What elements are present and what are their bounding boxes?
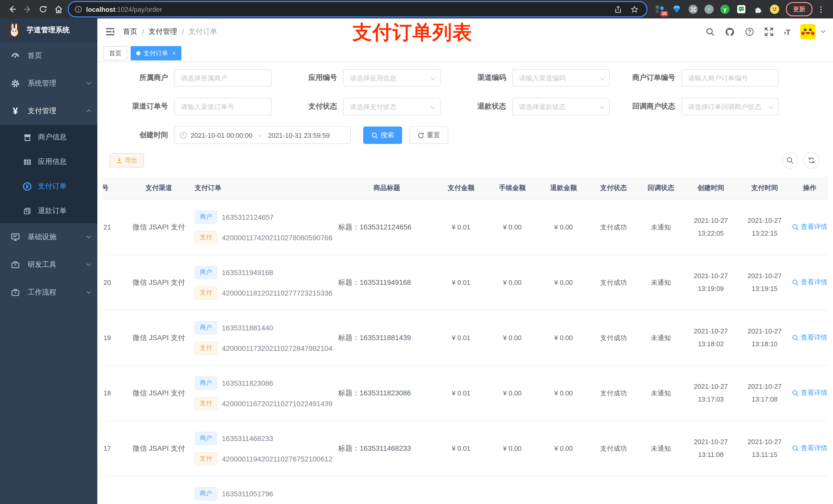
browser-refresh-icon[interactable] bbox=[37, 3, 49, 15]
callback-status-select[interactable] bbox=[681, 98, 779, 115]
sidebar-item-workflow[interactable]: 工作流程 bbox=[0, 279, 97, 306]
avatar-caret-icon[interactable] bbox=[821, 29, 826, 33]
cell-pay-time: 2021-10-27 13:17:08 bbox=[738, 383, 791, 403]
pay-order-no: 4200001174202110278060590766 bbox=[222, 233, 332, 241]
column-header[interactable]: 支付状态 bbox=[589, 183, 638, 193]
filter-row-3: 创建时间 2021-10-01 00:00:00 - 2021-10-31 23… bbox=[102, 126, 833, 144]
breadcrumb-separator: / bbox=[142, 28, 144, 36]
breadcrumb-home[interactable]: 首页 bbox=[123, 27, 137, 37]
help-icon[interactable] bbox=[745, 27, 754, 37]
address-bar[interactable]: localhost:1024/pay/order bbox=[68, 1, 647, 18]
sidebar-item-system[interactable]: 系统管理 bbox=[0, 70, 97, 97]
sidebar-item-devtools[interactable]: 研发工具 bbox=[0, 251, 97, 279]
view-detail-link[interactable]: 查看详情 bbox=[792, 444, 827, 453]
date-end[interactable]: 2021-10-31 23:59:59 bbox=[268, 131, 330, 139]
table-body: 21 微信 JSAPI 支付 商户 1635312124657 支付 42000… bbox=[102, 200, 828, 504]
view-detail-link[interactable]: 查看详情 bbox=[792, 222, 827, 232]
view-detail-link[interactable]: 查看详情 bbox=[792, 333, 827, 342]
filter-refund-status: 退款状态 bbox=[441, 98, 610, 115]
extension-dot-icon[interactable] bbox=[705, 5, 714, 14]
tab-pay-order[interactable]: 支付订单 × bbox=[130, 46, 181, 61]
column-header[interactable]: 手续金额 bbox=[487, 183, 538, 193]
cell-pay-order: 商户 1635311881440 支付 42000011732021102728… bbox=[195, 321, 338, 355]
pay-order-no: 4200001173202110272847982104 bbox=[222, 344, 332, 352]
cell-refund: ¥ 0.00 bbox=[538, 445, 589, 452]
browser-update-button[interactable]: 更新 bbox=[786, 2, 812, 16]
sidebar-toggle-icon[interactable] bbox=[105, 28, 115, 36]
column-header[interactable]: 支付金额 bbox=[435, 183, 487, 193]
column-header[interactable]: 操作 bbox=[791, 183, 828, 193]
tab-home[interactable]: 首页 bbox=[103, 46, 127, 61]
extension-y-icon[interactable]: y bbox=[720, 5, 730, 14]
column-header[interactable]: 商品标题 bbox=[338, 183, 435, 193]
hide-search-button[interactable] bbox=[782, 152, 798, 169]
pay-order-line: 支付 4200001174202110278060590766 bbox=[195, 231, 338, 244]
browser-menu-icon[interactable] bbox=[819, 6, 823, 13]
column-header[interactable]: 支付订单 bbox=[195, 183, 338, 193]
view-detail-link[interactable]: 查看详情 bbox=[792, 388, 827, 398]
date-range-picker[interactable]: 2021-10-01 00:00:00 - 2021-10-31 23:59:5… bbox=[174, 126, 351, 144]
pay-date: 2021-10-27 bbox=[748, 328, 782, 335]
sidebar-item-infra[interactable]: 基础设施 bbox=[0, 223, 97, 251]
column-header[interactable]: 支付渠道 bbox=[123, 183, 195, 193]
column-header[interactable]: 编号 bbox=[102, 183, 123, 193]
browser-back-icon[interactable] bbox=[6, 3, 19, 15]
cell-channel: 微信 JSAPI 支付 bbox=[123, 444, 195, 453]
search-button[interactable]: 搜索 bbox=[363, 126, 402, 144]
column-header[interactable]: 创建时间 bbox=[684, 183, 738, 193]
filter-row-1: 所属商户 应用编号 渠道编码 商户订单编号 bbox=[102, 69, 833, 87]
extension-colorful-icon[interactable]: 10 bbox=[655, 4, 665, 14]
share-icon[interactable] bbox=[612, 3, 624, 15]
extension-command-icon[interactable] bbox=[689, 5, 698, 14]
cell-create-time: 2021-10-27 13:22:05 bbox=[684, 217, 738, 237]
refresh-table-button[interactable] bbox=[803, 152, 820, 169]
extension-chat-icon[interactable] bbox=[736, 4, 746, 14]
date-start[interactable]: 2021-10-01 00:00:00 bbox=[191, 131, 252, 139]
profile-avatar-icon[interactable] bbox=[770, 5, 779, 14]
breadcrumb-pay-manage[interactable]: 支付管理 bbox=[148, 27, 177, 37]
cell-create-time: 2021-10-27 13:19:09 bbox=[684, 272, 738, 293]
user-avatar[interactable] bbox=[800, 24, 815, 40]
field-label: 所属商户 bbox=[102, 73, 168, 82]
bookmark-star-icon[interactable] bbox=[628, 3, 640, 15]
app-select[interactable] bbox=[343, 69, 441, 87]
extension-gem-icon[interactable] bbox=[672, 4, 682, 14]
github-icon[interactable] bbox=[725, 27, 735, 37]
cell-pay-status: 支付成功 bbox=[589, 222, 638, 232]
channel-order-no-input[interactable] bbox=[174, 98, 271, 115]
pay-status-select[interactable] bbox=[343, 98, 441, 115]
sidebar-item-home[interactable]: 首页 bbox=[0, 42, 97, 70]
font-size-icon[interactable]: тT bbox=[784, 27, 790, 36]
cell-refund: ¥ 0.00 bbox=[538, 279, 589, 286]
sidebar-item-refund-order[interactable]: 退款订单 bbox=[0, 199, 97, 223]
tab-close-icon[interactable]: × bbox=[172, 50, 176, 57]
column-header[interactable]: 回调状态 bbox=[638, 183, 684, 193]
reset-button[interactable]: 重置 bbox=[409, 126, 448, 144]
site-info-icon[interactable] bbox=[75, 6, 82, 13]
extensions-puzzle-icon[interactable] bbox=[753, 4, 763, 14]
sidebar-item-merchant-info[interactable]: 商户信息 bbox=[0, 125, 97, 149]
briefcase-icon bbox=[10, 287, 21, 297]
sidebar-item-label: 基础设施 bbox=[28, 233, 87, 242]
view-detail-link[interactable]: 查看详情 bbox=[792, 278, 827, 287]
fullscreen-icon[interactable] bbox=[764, 27, 774, 37]
sidebar-item-pay[interactable]: ¥ 支付管理 bbox=[0, 97, 97, 125]
column-header[interactable]: 支付时间 bbox=[738, 183, 791, 193]
merchant-order-no-input[interactable] bbox=[681, 69, 779, 87]
cell-title: 标题：1635311949168 bbox=[338, 278, 435, 287]
logo-row[interactable]: 芋道管理系统 bbox=[0, 19, 97, 42]
refund-status-select[interactable] bbox=[512, 98, 610, 115]
export-button[interactable]: 导出 bbox=[110, 153, 144, 167]
cell-actions: 查看详情 bbox=[791, 388, 828, 398]
pay-tag: 支付 bbox=[195, 231, 217, 244]
header-search-icon[interactable] bbox=[706, 27, 715, 36]
sidebar-item-app-info[interactable]: 应用信息 bbox=[0, 149, 97, 174]
column-header[interactable]: 退款金额 bbox=[538, 183, 589, 193]
sidebar-item-pay-order[interactable]: 支付订单 bbox=[0, 174, 97, 199]
browser-home-icon[interactable] bbox=[52, 3, 65, 15]
browser-forward-icon[interactable] bbox=[22, 3, 34, 15]
merchant-input[interactable] bbox=[174, 69, 271, 87]
logo-image bbox=[7, 23, 22, 38]
channel-code-select[interactable] bbox=[512, 69, 610, 87]
pay-date: 2021-10-27 bbox=[748, 383, 782, 391]
